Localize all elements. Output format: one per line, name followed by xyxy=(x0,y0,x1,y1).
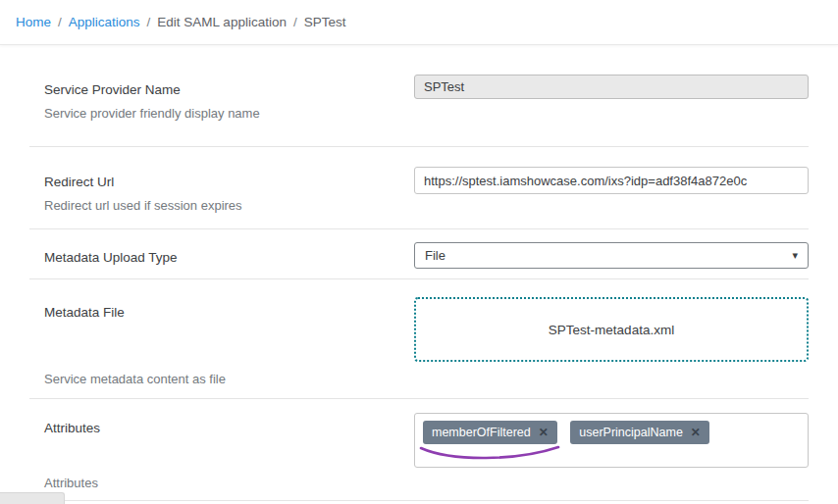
row-metadata-file: Metadata File Service metadata content a… xyxy=(29,279,809,398)
metadata-upload-type-label: Metadata Upload Type xyxy=(44,250,368,266)
redirect-url-label: Redirect Url xyxy=(44,175,368,190)
breadcrumb-current-page: SPTest xyxy=(304,15,346,29)
field-label-group: Metadata Upload Type xyxy=(44,242,368,266)
service-provider-name-input[interactable] xyxy=(414,75,809,99)
field-control: memberOfFiltered ✕ userPrincipalName ✕ xyxy=(414,413,809,468)
field-label-group: Service Provider Name Service provider f… xyxy=(44,75,368,121)
row-service-provider-name: Service Provider Name Service provider f… xyxy=(29,45,809,146)
attribute-chip-label: memberOfFiltered xyxy=(432,426,531,439)
row-attributes: Attributes Attributes memberOfFiltered ✕… xyxy=(29,399,809,500)
selected-option-label: File xyxy=(425,248,445,263)
purple-underline-annotation xyxy=(415,443,564,465)
metadata-file-label: Metadata File xyxy=(44,305,368,321)
breadcrumb-edit-label: Edit SAML application xyxy=(157,15,287,29)
breadcrumb-applications-link[interactable]: Applications xyxy=(69,15,140,29)
attribute-chip-label: userPrincipalName xyxy=(579,426,683,439)
breadcrumb-separator: / xyxy=(293,15,297,29)
breadcrumb-home-link[interactable]: Home xyxy=(16,15,51,29)
field-control xyxy=(414,167,809,194)
form-panel: Service Provider Name Service provider f… xyxy=(0,45,838,501)
field-label-group: Metadata File Service metadata content a… xyxy=(44,297,368,386)
service-provider-name-label: Service Provider Name xyxy=(44,82,368,98)
breadcrumb-separator: / xyxy=(147,15,151,29)
breadcrumb: Home / Applications / Edit SAML applicat… xyxy=(0,0,838,45)
remove-attribute-icon[interactable]: ✕ xyxy=(691,426,701,439)
attributes-chip-input[interactable]: memberOfFiltered ✕ userPrincipalName ✕ xyxy=(414,413,809,468)
row-metadata-upload-type: Metadata Upload Type File ▾ xyxy=(29,229,809,278)
attribute-chip: memberOfFiltered ✕ xyxy=(423,421,557,444)
remove-attribute-icon[interactable]: ✕ xyxy=(539,426,549,439)
divider xyxy=(29,500,809,501)
redirect-url-input[interactable] xyxy=(414,167,809,194)
metadata-file-dropzone[interactable]: SPTest-metadata.xml xyxy=(414,297,809,362)
field-control xyxy=(414,75,809,99)
status-tooltip-cutoff xyxy=(0,492,65,504)
field-label-group: Attributes Attributes xyxy=(44,413,368,490)
metadata-upload-type-select[interactable]: File ▾ xyxy=(414,242,809,269)
service-provider-name-help: Service provider friendly display name xyxy=(44,106,368,121)
row-redirect-url: Redirect Url Redirect url used if sessio… xyxy=(29,147,809,228)
chevron-down-icon: ▾ xyxy=(792,249,798,262)
field-control: SPTest-metadata.xml xyxy=(414,297,809,362)
attributes-help: Attributes xyxy=(44,476,368,490)
attributes-label: Attributes xyxy=(44,421,368,436)
breadcrumb-separator: / xyxy=(58,15,62,29)
field-control: File ▾ xyxy=(414,242,809,269)
uploaded-file-name: SPTest-metadata.xml xyxy=(549,323,674,337)
attribute-chip: userPrincipalName ✕ xyxy=(570,421,709,444)
metadata-file-help: Service metadata content as file xyxy=(44,372,368,386)
redirect-url-help: Redirect url used if session expires xyxy=(44,198,368,213)
field-label-group: Redirect Url Redirect url used if sessio… xyxy=(44,167,368,213)
